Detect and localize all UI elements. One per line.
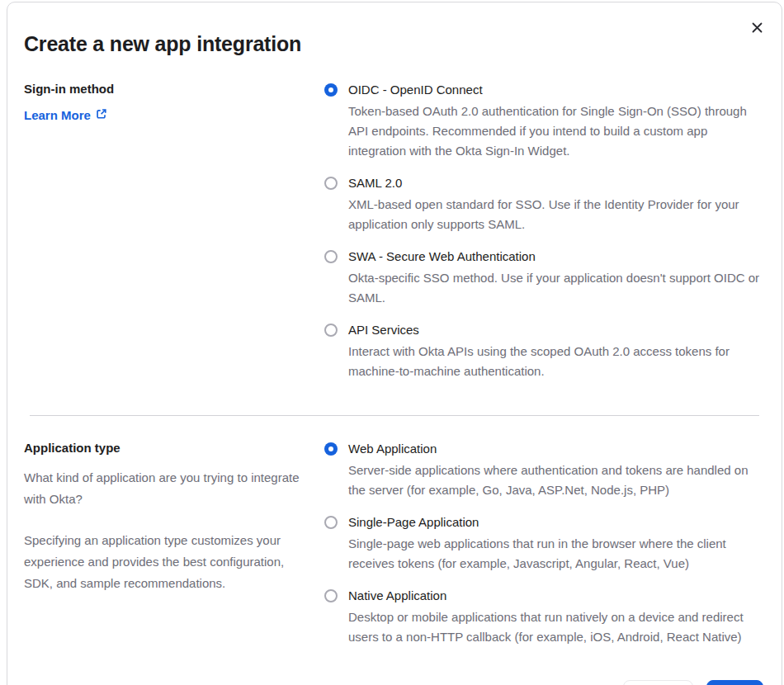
learn-more-link[interactable]: Learn More xyxy=(24,108,107,122)
external-link-icon xyxy=(96,108,107,122)
apptype-option-spa-label[interactable]: Single-Page Application xyxy=(348,514,765,531)
apptype-option-web-label[interactable]: Web Application xyxy=(348,441,765,457)
application-type-description-1: What kind of application are you trying … xyxy=(24,467,309,510)
cancel-button[interactable]: Cancel xyxy=(623,680,693,685)
signin-option-saml-description: XML-based open standard for SSO. Use if … xyxy=(348,195,765,234)
signin-method-label: Sign-in method xyxy=(24,82,324,96)
radio-saml[interactable] xyxy=(324,177,338,190)
dialog-title: Create a new app integration xyxy=(24,32,765,56)
next-button[interactable]: Next xyxy=(706,680,763,685)
signin-option-oidc-description: Token-based OAuth 2.0 authentication for… xyxy=(348,102,765,161)
signin-option-api-services: API Services Interact with Okta APIs usi… xyxy=(324,322,765,381)
radio-oidc[interactable] xyxy=(324,83,338,97)
apptype-option-web-description: Server-side applications where authentic… xyxy=(348,461,765,500)
signin-option-swa-description: Okta-specific SSO method. Use if your ap… xyxy=(348,268,765,308)
application-type-description-2: Specifying an application type customize… xyxy=(24,530,309,594)
radio-api-services[interactable] xyxy=(324,324,338,337)
apptype-option-web: Web Application Server-side applications… xyxy=(324,441,765,500)
radio-single-page-application[interactable] xyxy=(324,516,338,529)
application-type-section: Application type What kind of applicatio… xyxy=(24,441,765,647)
apptype-option-spa: Single-Page Application Single-page web … xyxy=(324,514,765,574)
close-icon xyxy=(751,21,763,36)
signin-option-api-services-description: Interact with Okta APIs using the scoped… xyxy=(348,342,765,381)
application-type-label: Application type xyxy=(24,441,324,455)
radio-web-application[interactable] xyxy=(324,442,338,456)
signin-option-saml-label[interactable]: SAML 2.0 xyxy=(348,175,765,191)
radio-native-application[interactable] xyxy=(324,589,338,602)
radio-swa[interactable] xyxy=(324,250,338,263)
signin-option-swa: SWA - Secure Web Authentication Okta-spe… xyxy=(324,248,765,308)
signin-option-saml: SAML 2.0 XML-based open standard for SSO… xyxy=(324,175,765,234)
apptype-option-native: Native Application Desktop or mobile app… xyxy=(324,588,765,647)
signin-option-oidc-label[interactable]: OIDC - OpenID Connect xyxy=(348,82,765,98)
signin-method-section: Sign-in method Learn More OIDC - OpenID … xyxy=(24,82,765,381)
close-button[interactable] xyxy=(749,21,765,37)
apptype-option-native-description: Desktop or mobile applications that run … xyxy=(348,607,765,647)
apptype-option-spa-description: Single-page web applications that run in… xyxy=(348,534,765,574)
apptype-option-native-label[interactable]: Native Application xyxy=(348,588,765,604)
learn-more-label: Learn More xyxy=(24,108,91,122)
create-app-integration-dialog: Create a new app integration Sign-in met… xyxy=(7,2,782,685)
signin-option-api-services-label[interactable]: API Services xyxy=(348,322,765,338)
signin-option-swa-label[interactable]: SWA - Secure Web Authentication xyxy=(348,248,765,265)
section-divider xyxy=(30,415,759,416)
dialog-footer: Cancel Next xyxy=(24,680,765,685)
signin-option-oidc: OIDC - OpenID Connect Token-based OAuth … xyxy=(324,82,765,161)
